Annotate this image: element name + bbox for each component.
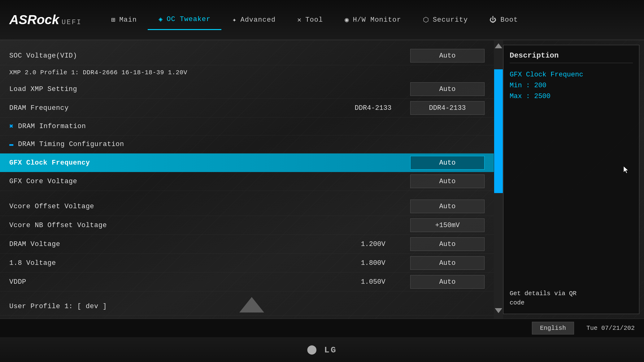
spacer [0, 191, 494, 197]
lg-logo-text: ⬤ LG [307, 345, 337, 355]
setting-row-gfx-voltage[interactable]: GFX Core Voltage Auto [0, 172, 494, 191]
18-voltage-label: 1.8 Voltage [9, 259, 339, 267]
scrollbar-track[interactable] [494, 40, 503, 319]
vddp-value-left: 1.050V [339, 278, 407, 286]
scroll-arrow-up[interactable] [495, 43, 502, 48]
content-area: SOC Voltage(VID) Auto XMP 2.0 Profile 1:… [0, 40, 644, 319]
dram-timing-label: DRAM Timing Configuration [18, 140, 485, 148]
status-bar: English Tue 07/21/202 [0, 319, 644, 337]
gfx-clock-desc-min: Min : 200 [510, 82, 546, 89]
scroll-indicator [239, 297, 264, 312]
tab-security[interactable]: ⬡ Security [412, 10, 479, 30]
dram-freq-value-right[interactable]: DDR4-2133 [410, 101, 485, 115]
language-label: English [540, 325, 566, 332]
qr-code-text: Get details via QRcode [510, 290, 577, 306]
tab-main-label: Main [119, 16, 137, 24]
setting-row-load-xmp[interactable]: Load XMP Setting Auto [0, 80, 494, 99]
hw-monitor-icon: ◉ [345, 16, 349, 24]
boot-icon: ⏻ [490, 16, 497, 24]
up-arrow [239, 297, 264, 312]
vcore-nb-label: Vcore NB Offset Voltage [9, 222, 410, 229]
mouse-cursor [624, 166, 630, 172]
description-footer: Get details via QRcode [510, 289, 633, 308]
tab-boot-label: Boot [500, 16, 518, 24]
header-bar: ASRock UEFI ⊞ Main ◈ OC Tweaker ✦ Advanc… [0, 0, 644, 40]
setting-row-dram-timing[interactable]: ▬ DRAM Timing Configuration [0, 136, 494, 153]
soc-voltage-value[interactable]: Auto [410, 49, 485, 62]
vcore-nb-value[interactable]: +150mV [410, 218, 485, 232]
dram-freq-label: DRAM Frequency [9, 104, 339, 112]
settings-panel: SOC Voltage(VID) Auto XMP 2.0 Profile 1:… [0, 40, 503, 319]
dram-freq-value-left: DDR4-2133 [339, 104, 407, 112]
gfx-clock-label: GFX Clock Frequency [9, 159, 410, 167]
dram-info-icon: ✖ [9, 122, 13, 131]
gfx-voltage-label: GFX Core Voltage [9, 178, 410, 185]
dram-voltage-label: DRAM Voltage [9, 240, 339, 248]
setting-row-soc-voltage[interactable]: SOC Voltage(VID) Auto [0, 46, 494, 65]
spacer-2 [0, 291, 494, 298]
language-selector[interactable]: English [532, 322, 574, 334]
setting-row-dram-freq[interactable]: DRAM Frequency DDR4-2133 DDR4-2133 [0, 99, 494, 118]
load-xmp-label: Load XMP Setting [9, 85, 410, 93]
description-panel: Description GFX Clock Frequenc Min : 200… [503, 45, 639, 314]
18-voltage-value-left: 1.800V [339, 259, 407, 267]
vddp-value-right[interactable]: Auto [410, 275, 485, 289]
setting-row-gfx-clock[interactable]: GFX Clock Frequency Auto [0, 153, 494, 172]
advanced-icon: ✦ [232, 16, 237, 24]
tab-oc-tweaker-label: OC Tweaker [167, 15, 211, 23]
oc-tweaker-icon: ◈ [159, 15, 163, 24]
xmp-info-row: XMP 2.0 Profile 1: DDR4-2666 16-18-18-39… [0, 65, 494, 80]
tab-advanced-label: Advanced [240, 16, 276, 24]
tool-icon: ✕ [297, 16, 302, 24]
tab-tool[interactable]: ✕ Tool [286, 10, 334, 30]
setting-row-dram-info[interactable]: ✖ DRAM Information [0, 118, 494, 136]
main-icon: ⊞ [111, 16, 115, 24]
logo-area: ASRock UEFI [9, 12, 82, 27]
asrock-logo: ASRock [9, 12, 59, 27]
18-voltage-value-right[interactable]: Auto [410, 256, 485, 270]
gfx-clock-value[interactable]: Auto [410, 156, 485, 170]
tab-main[interactable]: ⊞ Main [100, 10, 148, 30]
settings-list: SOC Voltage(VID) Auto XMP 2.0 Profile 1:… [0, 46, 503, 316]
tab-hw-monitor[interactable]: ◉ H/W Monitor [334, 10, 412, 30]
soc-voltage-label: SOC Voltage(VID) [9, 52, 410, 60]
dram-voltage-value-left: 1.200V [339, 240, 407, 248]
datetime-display: Tue 07/21/202 [586, 325, 635, 332]
tab-hw-monitor-label: H/W Monitor [353, 16, 401, 24]
security-icon: ⬡ [423, 16, 429, 24]
tab-tool-label: Tool [305, 16, 323, 24]
tab-advanced[interactable]: ✦ Advanced [221, 10, 286, 30]
setting-row-vcore-offset[interactable]: Vcore Offset Voltage Auto [0, 197, 494, 216]
setting-row-18-voltage[interactable]: 1.8 Voltage 1.800V Auto [0, 254, 494, 273]
logo-text: ASRock [9, 12, 59, 27]
dram-timing-icon: ▬ [9, 140, 13, 148]
setting-row-dram-voltage[interactable]: DRAM Voltage 1.200V Auto [0, 235, 494, 254]
description-content: GFX Clock Frequenc Min : 200 Max : 2500 [510, 69, 633, 289]
vcore-offset-value[interactable]: Auto [410, 200, 485, 213]
vddp-label: VDDP [9, 278, 339, 286]
gfx-clock-desc-line1: GFX Clock Frequenc [510, 71, 583, 79]
tab-boot[interactable]: ⏻ Boot [479, 10, 529, 30]
scroll-arrow-down[interactable] [495, 308, 502, 313]
scrollbar-thumb[interactable] [494, 69, 503, 193]
nav-tabs: ⊞ Main ◈ OC Tweaker ✦ Advanced ✕ Tool ◉ … [100, 10, 635, 30]
load-xmp-value[interactable]: Auto [410, 82, 485, 96]
tab-oc-tweaker[interactable]: ◈ OC Tweaker [148, 10, 221, 30]
gfx-clock-desc-max: Max : 2500 [510, 93, 550, 100]
setting-row-vcore-nb[interactable]: Vcore NB Offset Voltage +150mV [0, 216, 494, 235]
dram-voltage-value-right[interactable]: Auto [410, 237, 485, 251]
monitor-bezel: ⬤ LG [0, 337, 644, 362]
gfx-voltage-value[interactable]: Auto [410, 175, 485, 188]
description-title: Description [510, 51, 633, 63]
xmp-info-text: XMP 2.0 Profile 1: DDR4-2666 16-18-18-39… [9, 69, 187, 76]
setting-row-vddp[interactable]: VDDP 1.050V Auto [0, 273, 494, 291]
vcore-offset-label: Vcore Offset Voltage [9, 203, 410, 210]
bios-container: ASRock UEFI ⊞ Main ◈ OC Tweaker ✦ Advanc… [0, 0, 644, 337]
tab-security-label: Security [433, 16, 468, 24]
lg-logo: ⬤ LG [307, 344, 337, 355]
uefi-label: UEFI [62, 19, 82, 26]
dram-info-label: DRAM Information [18, 123, 485, 130]
